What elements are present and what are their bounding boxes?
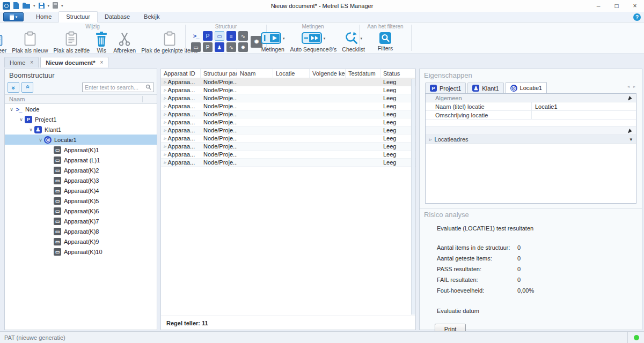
save-dropdown-icon[interactable]: ▾ (48, 4, 50, 8)
table-row[interactable]: ▹Apparaa... Node/Proje... Leeg (161, 118, 415, 126)
maximize-button[interactable]: □ (608, 0, 626, 12)
measurements-dropdown-icon[interactable]: ▾ (283, 36, 285, 41)
ribbon-tab[interactable]: Home (29, 12, 58, 22)
tree-node[interactable]: Apparaat(K)8 (5, 226, 157, 236)
table-scrollbar[interactable] (411, 79, 415, 315)
search-input[interactable] (85, 84, 145, 91)
help-icon[interactable]: ? (633, 13, 641, 21)
row-expander-icon[interactable]: ▹ (164, 136, 166, 141)
paste-as-new-button[interactable]: Plak als nieuw (9, 30, 50, 55)
properties-tab[interactable]: Project1 (425, 83, 466, 93)
table-column-header[interactable]: Status (380, 69, 415, 78)
row-expander-icon[interactable]: ▹ (164, 111, 166, 117)
tree-node[interactable]: Apparaat(K)1 (5, 145, 157, 155)
copy-button[interactable]: Kopieer (0, 30, 9, 55)
delete-button[interactable]: Wis (92, 30, 111, 55)
locatieadres-row[interactable]: ▹ Locatieadres ▾ (426, 135, 636, 144)
structure-add-icon[interactable]: P (203, 42, 213, 52)
dropdown-icon[interactable]: ▾ (630, 137, 632, 142)
structure-add-icon[interactable]: ≡ (226, 31, 236, 41)
table-row[interactable]: ▹Apparaa... Node/Proje... Leeg (161, 94, 415, 102)
collapse-all-button[interactable]: » (21, 82, 33, 93)
section-algemeen[interactable]: Algemeen (426, 94, 636, 102)
tab-scroll-left-icon[interactable]: ◂ (627, 84, 630, 89)
tree-node[interactable]: ∨ Locatie1 (5, 135, 157, 145)
minimize-button[interactable]: – (589, 0, 608, 12)
tree-expander-icon[interactable]: ∨ (27, 127, 34, 132)
tree-node[interactable]: Apparaat(K)10 (5, 247, 157, 257)
open-dropdown-icon[interactable]: ▾ (33, 4, 35, 8)
row-expander-icon[interactable]: ▹ (164, 87, 166, 93)
table-row[interactable]: ▹Apparaa... Node/Proje... Leeg (161, 151, 415, 159)
row-expander-icon[interactable]: ▹ (164, 120, 166, 125)
property-row[interactable]: Naam (titel) locatie Locatie1 (426, 102, 636, 111)
table-row[interactable]: ▹Apparaa... Node/Proje... Leeg (161, 126, 415, 135)
tree-node[interactable]: Apparaat(K)5 (5, 196, 157, 206)
row-expander-icon[interactable]: ▹ (164, 128, 166, 133)
tree-expander-icon[interactable]: ∨ (8, 107, 15, 112)
table-column-header[interactable]: Naam (237, 69, 273, 78)
ribbon-tab[interactable]: Database (98, 12, 137, 22)
tree-node[interactable]: ∨ Node (5, 104, 157, 114)
filters-button[interactable]: Filters (375, 30, 396, 53)
table-row[interactable]: ▹Apparaa... Node/Proje... Leeg (161, 159, 415, 167)
tree-node[interactable]: Apparaat(K)6 (5, 206, 157, 216)
expand-all-button[interactable]: » (8, 82, 19, 93)
open-folder-icon[interactable] (22, 2, 31, 10)
new-document-icon[interactable] (13, 2, 19, 11)
tree-node[interactable]: Apparaat(K)3 (5, 175, 157, 185)
table-column-header[interactable]: Volgende keu... (310, 69, 346, 78)
properties-tab[interactable]: Klant1 (467, 83, 503, 93)
structure-add-icon[interactable]: >_ (191, 31, 201, 41)
structure-add-icon[interactable]: ▭ (215, 31, 224, 41)
document-tab[interactable]: Nieuw document* × (40, 57, 108, 68)
ribbon-tab[interactable]: Bekijk (137, 12, 166, 22)
tree-column-header[interactable]: Naam (5, 94, 157, 104)
tree-node[interactable]: ∨ Project1 (5, 114, 157, 124)
tree-node[interactable]: Apparaat(K)2 (5, 165, 157, 175)
row-expander-icon[interactable]: ▹ (164, 95, 166, 101)
tab-close-icon[interactable]: × (30, 59, 33, 65)
table-row[interactable]: ▹Apparaa... Node/Proje... Leeg (161, 135, 415, 143)
tree-node[interactable]: Apparaat(K)7 (5, 216, 157, 226)
tab-scroll-right-icon[interactable]: ▸ (633, 84, 635, 89)
property-row[interactable]: Omschrijving locatie (426, 111, 636, 120)
row-expander-icon[interactable]: ▹ (164, 160, 166, 165)
row-expander-icon[interactable]: ▹ (164, 103, 166, 109)
cancel-button[interactable]: Afbreken (111, 30, 138, 55)
table-column-header[interactable]: Testdatum (346, 69, 380, 78)
table-column-header[interactable]: Locatie (273, 69, 310, 78)
property-value[interactable] (532, 111, 636, 119)
application-menu-button[interactable]: ▾ (3, 12, 24, 21)
table-row[interactable]: ▹Apparaa... Node/Proje... Leeg (161, 110, 415, 118)
ribbon-tab[interactable]: Structuur (58, 11, 98, 23)
print-device-icon[interactable] (52, 2, 58, 10)
row-expander-icon[interactable]: ▹ (429, 137, 432, 142)
tab-close-icon[interactable]: × (100, 59, 103, 65)
document-tab[interactable]: Home × (4, 57, 39, 68)
table-row[interactable]: ▹Apparaa... Node/Proje... Leeg (161, 86, 415, 94)
property-value[interactable]: Locatie1 (532, 102, 636, 110)
table-column-header[interactable]: Apparaat ID (161, 69, 201, 78)
auto-sequences-button[interactable]: ▾ Auto Sequence®'s (288, 30, 340, 54)
tree-node[interactable]: ∨ Klant1 (5, 124, 157, 135)
tree-node[interactable]: Apparaat(K)9 (5, 236, 157, 247)
table-row[interactable]: ▹Apparaa... Node/Proje... Leeg (161, 78, 415, 86)
save-icon[interactable] (38, 2, 45, 10)
paste-as-same-button[interactable]: Plak als zelfde (50, 30, 92, 55)
table-row[interactable]: ▹Apparaa... Node/Proje... Leeg (161, 143, 415, 151)
measurements-button[interactable]: ▾ Metingen (258, 30, 288, 54)
close-button[interactable]: × (626, 0, 644, 12)
auto-sequences-dropdown-icon[interactable]: ▾ (324, 36, 326, 41)
structure-add-icon[interactable]: P (203, 31, 213, 41)
structure-add-icon[interactable]: ▭ (191, 42, 201, 52)
row-expander-icon[interactable]: ▹ (164, 152, 166, 157)
print-dropdown-icon[interactable]: ▾ (61, 4, 63, 8)
structure-add-icon[interactable]: ✹ (238, 42, 248, 52)
properties-tab[interactable]: Locatie1 (506, 82, 547, 93)
structure-add-icon[interactable]: ♟ (215, 42, 224, 52)
row-expander-icon[interactable]: ▹ (164, 144, 166, 149)
tree-node[interactable]: Apparaat (L)1 (5, 155, 157, 165)
table-column-header[interactable]: Structuur pad (201, 69, 237, 78)
structure-add-icon[interactable]: ∿ (238, 31, 248, 41)
